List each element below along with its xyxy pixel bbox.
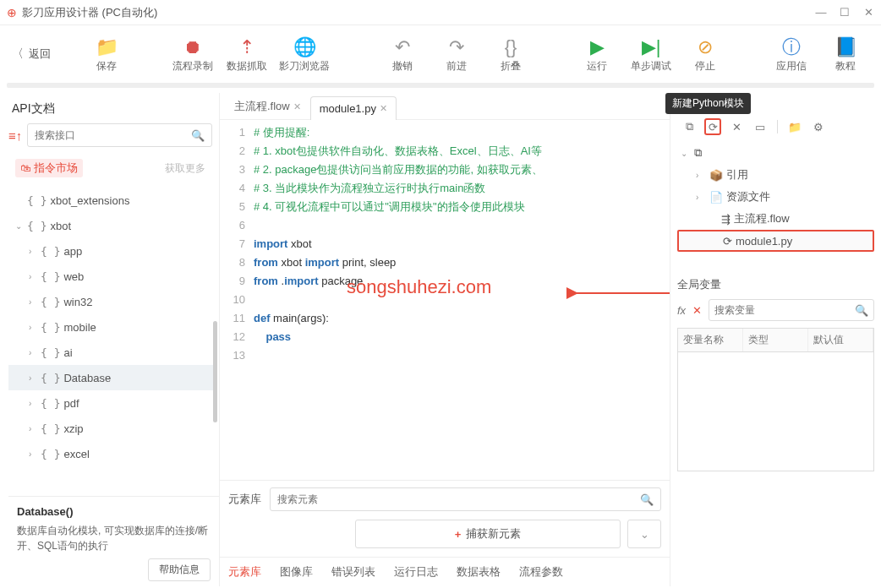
var-table-body [678, 352, 873, 471]
element-search-input[interactable]: 🔍 [270, 487, 661, 511]
api-tree-item[interactable]: ›{ }xzip [8, 416, 216, 441]
bottom-tab[interactable]: 数据表格 [457, 564, 501, 580]
redo-button[interactable]: ↷前进 [433, 35, 480, 74]
record-button[interactable]: ⏺流程录制 [169, 35, 216, 74]
api-tree-item[interactable]: ›{ }win32 [8, 289, 216, 314]
api-tree-item[interactable]: ›{ }pdf [8, 390, 216, 416]
capture-dropdown-button[interactable]: ⌄ [627, 520, 661, 548]
bottom-tab[interactable]: 错误列表 [331, 564, 375, 580]
var-col-header: 默认值 [808, 329, 873, 351]
chevron-left-icon: 〈 [12, 46, 24, 62]
element-lib-title: 元素库 [228, 492, 261, 507]
doc-signature: Database() [17, 505, 211, 518]
api-tree-item[interactable]: ⌄{ }xbot [8, 213, 216, 238]
layers-icon[interactable]: ⧉ [681, 118, 698, 135]
search-icon: 🔍 [640, 493, 654, 506]
back-button[interactable]: 〈 返回 [12, 46, 51, 62]
bottom-tab[interactable]: 流程参数 [519, 564, 563, 580]
save-button[interactable]: 📁保存 [83, 35, 130, 74]
var-search-input[interactable]: 🔍 [709, 299, 874, 321]
globals-title: 全局变量 [677, 277, 874, 292]
market-button[interactable]: 🛍 指令市场 [15, 159, 83, 177]
api-tree-item[interactable]: ›{ }web [8, 264, 216, 289]
rename-icon[interactable]: ▭ [752, 118, 769, 135]
search-icon: 🔍 [855, 304, 868, 317]
doc-description: 数据库自动化模块, 可实现数据库的连接/断开、SQL语句的执行 [17, 523, 211, 553]
market-more-link[interactable]: 获取更多 [165, 161, 205, 176]
api-tree-item[interactable]: ›{ }ai [8, 340, 216, 365]
scrollbar[interactable] [213, 321, 217, 422]
search-icon: 🔍 [191, 129, 205, 142]
extract-button[interactable]: ⇡数据抓取 [223, 35, 271, 74]
api-tree-item[interactable]: ›{ }app [8, 238, 216, 264]
bottom-tab[interactable]: 图像库 [280, 564, 313, 580]
close-tab-icon[interactable]: ✕ [380, 103, 387, 114]
var-col-header: 变量名称 [678, 329, 743, 351]
browser-button[interactable]: 🌐影刀浏览器 [277, 35, 331, 74]
api-tree-item[interactable]: ›{ }mobile [8, 314, 216, 340]
api-tree-item[interactable]: ›{ }excel [8, 441, 216, 466]
run-button[interactable]: ▶运行 [573, 35, 621, 74]
sort-icon[interactable]: ≡↑ [8, 128, 22, 143]
stop-button[interactable]: ⊘停止 [681, 35, 729, 74]
delete-var-icon[interactable]: ✕ [692, 304, 702, 317]
maximize-icon[interactable]: ☐ [839, 6, 851, 19]
new-python-module-tooltip: 新建Python模块 [665, 93, 751, 114]
window-title: 影刀应用设计器 (PC自动化) [22, 5, 815, 20]
file-tab[interactable]: module1.py✕ [310, 96, 397, 120]
var-col-header: 类型 [743, 329, 808, 351]
folder-icon[interactable]: 📁 [786, 118, 803, 135]
app-logo-icon: ⊕ [7, 6, 17, 19]
bottom-tab[interactable]: 运行日志 [394, 564, 438, 580]
new-python-module-button[interactable]: ⟳ [704, 118, 721, 135]
minimize-icon[interactable]: — [815, 6, 827, 19]
project-tree-item[interactable]: ⟳module1.py [677, 230, 874, 252]
api-tree-item[interactable]: ›{ }Database [8, 365, 216, 390]
help-button[interactable]: 帮助信息 [148, 558, 211, 581]
api-doc-title: API文档 [8, 96, 219, 123]
appinfo-button[interactable]: ⓘ应用信 [768, 35, 815, 74]
file-tab[interactable]: 主流程.flow✕ [225, 93, 310, 119]
undo-button[interactable]: ↶撤销 [379, 35, 426, 74]
delete-icon[interactable]: ✕ [728, 118, 745, 135]
fold-button[interactable]: {}折叠 [487, 35, 534, 74]
fx-icon[interactable]: fx [677, 304, 686, 317]
close-icon[interactable]: ✕ [862, 6, 874, 19]
step-button[interactable]: ▶|单步调试 [627, 35, 675, 74]
project-tree-item[interactable]: ⌄⧉ [677, 142, 874, 164]
tutorial-button[interactable]: 📘教程 [822, 35, 869, 74]
api-tree-item[interactable]: { }xbot_extensions [8, 188, 216, 213]
close-tab-icon[interactable]: ✕ [293, 101, 301, 112]
capture-element-button[interactable]: +捕获新元素 [355, 520, 621, 548]
puzzle-icon[interactable]: ⚙ [810, 118, 827, 135]
project-tree-item[interactable]: ⇶主流程.flow [677, 208, 874, 230]
api-search-input[interactable]: 🔍 [27, 123, 212, 147]
bottom-tab[interactable]: 元素库 [228, 564, 261, 580]
project-tree-item[interactable]: ›📄资源文件 [677, 186, 874, 208]
project-tree-item[interactable]: ›📦引用 [677, 164, 874, 186]
